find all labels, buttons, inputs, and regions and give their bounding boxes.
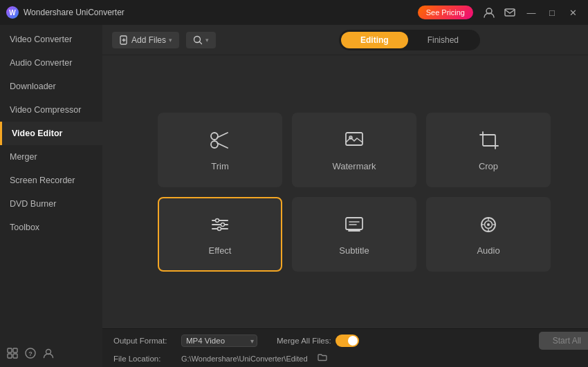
watermark-icon: [342, 129, 366, 156]
bottom-row-file: File Location: G:\Wondershare\UniConvert…: [113, 352, 588, 364]
svg-point-28: [221, 223, 225, 226]
scissors-icon: [208, 129, 232, 156]
start-all-button[interactable]: Start All: [539, 332, 588, 350]
sidebar-item-screen-recorder[interactable]: Screen Recorder: [0, 169, 102, 192]
audio-label: Audio: [477, 245, 499, 256]
tool-card-trim[interactable]: Trim: [158, 113, 282, 187]
add-files-button[interactable]: Add Files ▾: [112, 32, 179, 48]
sidebar-bottom-icons: ?: [0, 342, 102, 367]
folder-icon[interactable]: [318, 352, 327, 364]
sidebar-grid-icon[interactable]: [7, 348, 18, 361]
svg-rect-19: [483, 135, 495, 146]
svg-rect-4: [8, 348, 12, 352]
app-title: Wondershare UniConverter: [24, 8, 418, 17]
output-format-select[interactable]: MP4 Video AVI MOV MKV: [181, 335, 257, 347]
minimize-button[interactable]: —: [522, 3, 541, 22]
effect-label: Effect: [208, 245, 231, 256]
sidebar-user-icon[interactable]: [43, 348, 54, 361]
audio-icon: [477, 213, 500, 240]
search-icon: [193, 35, 203, 45]
user-icon[interactable]: [480, 3, 498, 21]
svg-text:W: W: [9, 9, 16, 17]
tool-card-crop[interactable]: Crop: [426, 113, 551, 187]
crop-label: Crop: [479, 161, 498, 171]
svg-rect-3: [505, 9, 515, 16]
close-button[interactable]: ✕: [563, 3, 582, 22]
tool-card-effect[interactable]: Effect: [158, 197, 282, 272]
sidebar-item-video-editor[interactable]: Video Editor: [0, 122, 102, 145]
editor-area: Trim Watermark: [102, 55, 588, 328]
output-format-wrapper: MP4 Video AVI MOV MKV: [181, 335, 257, 347]
svg-rect-5: [13, 348, 17, 352]
svg-point-14: [211, 141, 218, 148]
sidebar-item-video-converter[interactable]: Video Converter: [0, 28, 102, 51]
search-button[interactable]: ▾: [186, 32, 216, 48]
sidebar-item-toolbox[interactable]: Toolbox: [0, 216, 102, 239]
svg-line-15: [217, 133, 228, 138]
tools-grid: Trim Watermark: [158, 113, 551, 272]
subtitle-icon: [342, 213, 366, 240]
app-body: Video Converter Audio Converter Download…: [0, 25, 588, 367]
crop-icon: [477, 129, 500, 156]
window-controls: — □ ✕: [522, 3, 582, 22]
merge-label: Merge All Files:: [277, 337, 331, 345]
main-content: Add Files ▾ ▾ Editing Finished: [102, 25, 588, 367]
effect-icon: [208, 213, 232, 240]
tab-finished[interactable]: Finished: [408, 32, 478, 48]
tool-card-subtitle[interactable]: Subtitle: [292, 197, 416, 272]
merge-toggle-group: Merge All Files:: [277, 335, 359, 347]
sidebar-help-icon[interactable]: ?: [25, 348, 36, 361]
output-format-label: Output Format:: [113, 337, 176, 345]
sidebar-item-video-compressor[interactable]: Video Compressor: [0, 98, 102, 122]
document-add-icon: [119, 35, 129, 45]
bottom-bar: Output Format: MP4 Video AVI MOV MKV Mer…: [102, 328, 588, 367]
search-chevron: ▾: [205, 37, 209, 44]
sidebar-item-merger[interactable]: Merger: [0, 145, 102, 169]
svg-rect-7: [13, 354, 17, 358]
svg-point-27: [216, 218, 219, 222]
titlebar: W Wondershare UniConverter See Pricing —…: [0, 0, 588, 25]
svg-text:?: ?: [28, 350, 33, 357]
sidebar-item-downloader[interactable]: Downloader: [0, 75, 102, 98]
toolbar: Add Files ▾ ▾ Editing Finished: [102, 25, 588, 55]
sidebar-item-audio-converter[interactable]: Audio Converter: [0, 51, 102, 75]
file-location-label: File Location:: [113, 355, 176, 363]
maximize-button[interactable]: □: [542, 3, 562, 22]
trim-label: Trim: [211, 161, 229, 171]
subtitle-label: Subtitle: [339, 245, 369, 256]
add-files-label: Add Files: [131, 35, 166, 45]
bottom-row-format: Output Format: MP4 Video AVI MOV MKV Mer…: [113, 332, 588, 350]
svg-line-16: [217, 143, 228, 148]
svg-rect-6: [8, 354, 12, 358]
svg-point-36: [487, 223, 490, 226]
sidebar-item-dvd-burner[interactable]: DVD Burner: [0, 192, 102, 216]
watermark-label: Watermark: [332, 161, 376, 171]
svg-point-29: [218, 227, 221, 230]
tool-card-watermark[interactable]: Watermark: [292, 113, 416, 187]
tab-editing[interactable]: Editing: [341, 32, 408, 48]
see-pricing-button[interactable]: See Pricing: [418, 6, 473, 19]
file-location-path: G:\Wondershare\UniConverter\Edited: [181, 355, 308, 363]
svg-point-13: [211, 133, 218, 140]
tool-card-audio[interactable]: Audio: [426, 197, 551, 272]
tab-group: Editing Finished: [339, 30, 480, 50]
merge-toggle-switch[interactable]: [336, 335, 359, 347]
mail-icon[interactable]: [501, 3, 519, 21]
add-files-chevron: ▾: [169, 37, 172, 44]
app-logo: W: [6, 6, 19, 19]
svg-rect-30: [346, 218, 362, 229]
sidebar: Video Converter Audio Converter Download…: [0, 25, 102, 367]
svg-rect-17: [346, 133, 362, 145]
